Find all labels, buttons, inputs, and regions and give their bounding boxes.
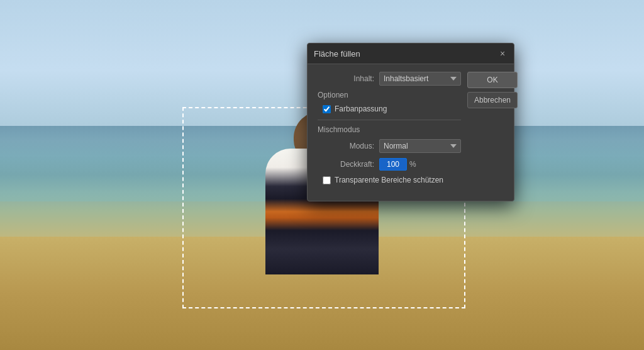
divider-1	[318, 120, 461, 120]
cancel-button[interactable]: Abbrechen	[467, 92, 518, 108]
fill-dialog: Fläche füllen × Inhalt: Inhaltsbasiert V…	[307, 43, 514, 201]
inhalt-row: Inhalt: Inhaltsbasiert Vordergrundfarbe …	[318, 72, 461, 86]
deckkraft-label: Deckkraft:	[318, 160, 374, 169]
dialog-buttons: OK Abbrechen	[461, 72, 515, 191]
modus-select[interactable]: Normal Auflösen Abdunkeln Multiplizieren…	[379, 139, 461, 153]
farbanpassung-checkbox[interactable]	[323, 105, 331, 113]
farbanpassung-row: Farbanpassung	[323, 104, 461, 113]
deckkraft-row: Deckkraft: %	[318, 158, 461, 171]
dialog-titlebar: Fläche füllen ×	[308, 43, 514, 64]
ok-button[interactable]: OK	[467, 72, 518, 88]
transparente-row: Transparente Bereiche schützen	[323, 176, 461, 184]
transparente-checkbox[interactable]	[323, 176, 331, 184]
modus-row: Modus: Normal Auflösen Abdunkeln Multipl…	[318, 139, 461, 153]
dialog-title: Fläche füllen	[314, 49, 360, 59]
dialog-content: Inhalt: Inhaltsbasiert Vordergrundfarbe …	[318, 72, 504, 191]
transparente-label: Transparente Bereiche schützen	[335, 176, 443, 184]
dialog-body: Inhalt: Inhaltsbasiert Vordergrundfarbe …	[308, 64, 514, 201]
deckkraft-unit: %	[409, 160, 416, 169]
dialog-fields: Inhalt: Inhaltsbasiert Vordergrundfarbe …	[318, 72, 461, 191]
mischmodus-title: Mischmodus	[318, 125, 461, 134]
close-button[interactable]: ×	[497, 48, 508, 59]
modus-label: Modus:	[318, 142, 374, 150]
inhalt-label: Inhalt:	[318, 74, 374, 83]
inhalt-select[interactable]: Inhaltsbasiert Vordergrundfarbe Hintergr…	[379, 72, 461, 86]
deckkraft-input[interactable]	[379, 158, 407, 171]
farbanpassung-label: Farbanpassung	[335, 104, 387, 113]
optionen-section-title: Optionen	[318, 91, 461, 99]
